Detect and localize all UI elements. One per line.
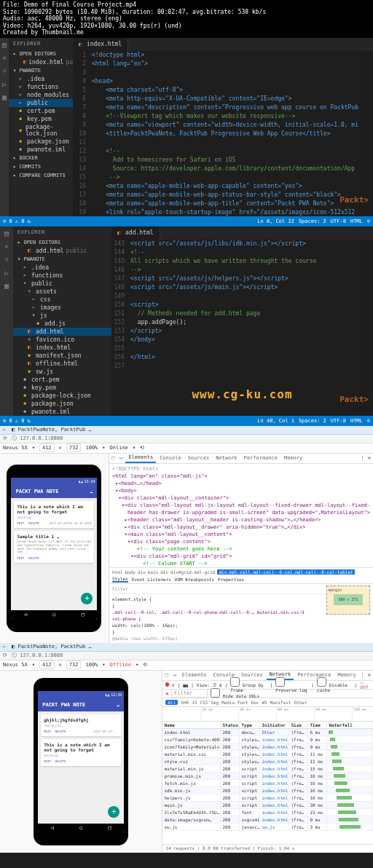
reload-icon[interactable]: ⟳	[3, 435, 9, 441]
tab-dom-breakpoints[interactable]: DOM Breakpoints	[175, 577, 214, 582]
git-icon[interactable]: ⑂	[2, 256, 11, 264]
commits-section[interactable]: ▸ COMMITS	[9, 162, 73, 171]
height-input[interactable]: 732	[66, 660, 82, 669]
rotate-icon[interactable]: ⟲	[140, 445, 144, 451]
edit-button[interactable]: EDIT	[44, 760, 51, 763]
filter-font[interactable]: Font	[237, 700, 248, 705]
network-row[interactable]: css?family=Roboto:400,700200styles…index…	[162, 736, 373, 743]
status-left[interactable]: ⊘ 0 ⚠ 0 ↻	[3, 218, 31, 224]
view-large-icon[interactable]: ☰	[213, 682, 216, 687]
more-icon[interactable]: ⋮	[360, 672, 365, 678]
network-row[interactable]: material.min.css200styles…index.html(fro…	[162, 751, 373, 758]
docker-section[interactable]: ▸ DOCKER	[9, 154, 73, 162]
phone-screen[interactable]: ▮◢12:39 PACKT PWA NOTE ☁ ghjkl;jhgfdsdfg…	[38, 691, 124, 832]
network-row[interactable]: fetch.min.js200scriptindex.html(fro…16 m…	[162, 780, 373, 787]
device-icon[interactable]: ▭	[171, 672, 178, 678]
language-mode[interactable]: HTML	[350, 418, 363, 424]
network-row[interactable]: 2lxTeTuS8qEk4U3h.YSU…200fontindex.html(f…	[162, 809, 373, 816]
edit-button[interactable]: EDIT	[17, 521, 24, 525]
height-input[interactable]: 732	[66, 443, 82, 452]
inspect-icon[interactable]: ⬚	[109, 455, 117, 461]
address-bar[interactable]: ⟳ ⓘ 127.0.0.1:8080	[0, 435, 373, 443]
tree-folder[interactable]: ▸functions	[9, 83, 73, 91]
tree-folder[interactable]: ▸functions	[13, 272, 111, 280]
tab-elements[interactable]: Elements	[125, 453, 156, 463]
filter-img[interactable]: Img	[211, 700, 219, 705]
delete-button[interactable]: DELETE	[28, 556, 39, 560]
tree-folder[interactable]: ▾public	[13, 280, 111, 288]
table-header[interactable]: Name Status Type Initiator Size Time Wat…	[162, 722, 373, 729]
note-card[interactable]: This is a note which I am not going to f…	[41, 739, 121, 766]
minimap[interactable]	[358, 51, 373, 216]
filter-doc[interactable]: Doc	[251, 700, 259, 705]
width-input[interactable]: 412	[39, 660, 55, 669]
tab-styles[interactable]: Styles	[112, 576, 128, 583]
tab-memory[interactable]: Memory	[281, 454, 305, 462]
tree-file[interactable]: ◈manifest.json	[13, 352, 111, 360]
fab-add-button[interactable]: +	[108, 806, 119, 818]
filter-css[interactable]: CSS	[200, 700, 208, 705]
zoom-select[interactable]: 100%	[85, 445, 98, 451]
spaces-indicator[interactable]: Spaces: 2	[299, 418, 326, 424]
filter-xhr[interactable]: XHR	[181, 700, 189, 705]
network-select[interactable]: Offline	[110, 662, 132, 668]
tree-folder[interactable]: ▸node_modules	[9, 91, 73, 99]
device-select[interactable]: Nexus 5X	[3, 445, 28, 451]
extensions-icon[interactable]: ▦	[0, 93, 9, 102]
tree-file[interactable]: ◈cert.pem	[13, 376, 111, 384]
address-bar[interactable]: ⟳ ⓘ 127.0.0.1:8080	[0, 652, 373, 660]
tab-console[interactable]: Console	[157, 454, 184, 462]
extensions-icon[interactable]: ▦	[2, 282, 11, 291]
open-editor-file[interactable]: ◧index.html public	[9, 58, 73, 66]
network-timeline[interactable]: 20 ms 40 ms 60 ms 80 ms 100 ms	[162, 707, 373, 722]
network-row[interactable]: idb.min.js200scriptindex.html(fro…16 ms	[162, 787, 373, 794]
network-row[interactable]: helpers.js200scriptindex.html(fro…16 ms	[162, 794, 373, 802]
cache-checkbox[interactable]	[317, 677, 326, 687]
elements-tree[interactable]: <!DOCTYPE html> <html lang="en" class="m…	[109, 464, 373, 567]
spaces-indicator[interactable]: Spaces: 2	[299, 218, 326, 224]
tree-folder[interactable]: ▾js	[13, 312, 111, 320]
tab-event-listeners[interactable]: Event Listeners	[132, 577, 171, 582]
cursor-position[interactable]: Ln 40, Col 1	[257, 418, 294, 424]
language-mode[interactable]: HTML	[350, 218, 363, 224]
feedback-icon[interactable]: ☺	[367, 418, 370, 424]
filter-ws[interactable]: WS	[262, 700, 267, 705]
cursor-position[interactable]: Ln 8, Col 22	[257, 218, 294, 224]
tree-folder[interactable]: ▸.idea	[9, 75, 73, 83]
search-icon[interactable]: ⌕	[0, 54, 9, 63]
network-table[interactable]: Name Status Type Initiator Size Time Wat…	[162, 722, 373, 844]
close-icon[interactable]: ×	[366, 672, 373, 678]
debug-icon[interactable]: ▷	[0, 80, 9, 89]
browser-tab[interactable]: ◧ PacktPwaNote, PacktPub …	[12, 427, 92, 433]
cloud-icon[interactable]: ☁	[90, 489, 93, 494]
project-root[interactable]: ▾ PWANOTE	[9, 66, 73, 75]
phone-screen[interactable]: ▮◢12:39 PACKT PWA NOTE ☁ This is a note …	[11, 478, 97, 619]
compare-section[interactable]: ▸ COMPARE COMMITS	[9, 171, 73, 180]
search-icon[interactable]: ⌕	[2, 242, 11, 251]
zoom-select[interactable]: 100%	[85, 662, 98, 668]
tree-folder[interactable]: ▸images	[13, 304, 111, 312]
tab-network[interactable]: Network	[213, 454, 240, 462]
tree-file[interactable]: ◈key.pem	[9, 115, 73, 123]
box-model[interactable]: margin 380 × 271	[326, 585, 370, 615]
browser-tab[interactable]: ◧ PacktPwaNote, PacktPub …	[12, 644, 92, 650]
tree-file[interactable]: ◧index.html	[13, 344, 111, 352]
inspect-icon[interactable]: ⬚	[162, 672, 170, 678]
editor-content[interactable]: 123456789101112131415161718192021 <!doct…	[73, 51, 373, 216]
tree-file[interactable]: ◧offline.html	[13, 360, 111, 368]
filter-media[interactable]: Media	[221, 700, 235, 705]
network-row[interactable]: main.js200scriptindex.html(fro…39 ms	[162, 802, 373, 809]
edit-button[interactable]: EDIT	[44, 730, 51, 733]
tree-folder[interactable]: ▾assets	[13, 288, 111, 296]
tab-performance[interactable]: Performance	[241, 454, 280, 462]
status-left[interactable]: ⊘ 0 ⚠ 0 ↻	[3, 418, 31, 424]
filter-js[interactable]: JS	[192, 700, 197, 705]
hide-checkbox[interactable]	[211, 688, 220, 698]
delete-button[interactable]: DELETE	[28, 521, 39, 525]
network-row[interactable]: promise.min.js200scriptindex.html(fro…16…	[162, 773, 373, 780]
capture-icon[interactable]: 📷	[183, 682, 188, 687]
files-icon[interactable]: ▤	[0, 41, 9, 50]
open-editors-section[interactable]: ▸ OPEN EDITORS	[13, 238, 111, 247]
project-root[interactable]: ▾ PWANOTE	[13, 255, 111, 264]
width-input[interactable]: 412	[39, 443, 55, 452]
